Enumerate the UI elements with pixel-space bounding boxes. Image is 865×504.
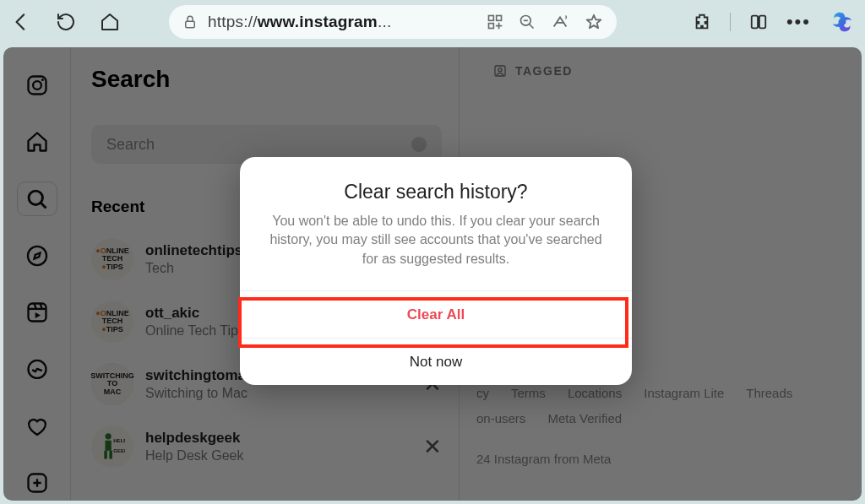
clear-all-button[interactable]: Clear All xyxy=(240,290,632,338)
app-viewport: Search Search Recent ●ONLINETECH●TIPS on… xyxy=(3,47,862,501)
dialog-title: Clear search history? xyxy=(240,157,632,212)
toolbar-divider xyxy=(730,13,731,31)
more-icon[interactable]: ••• xyxy=(786,11,811,33)
svg-rect-0 xyxy=(186,21,195,28)
svg-marker-10 xyxy=(587,15,601,29)
svg-rect-12 xyxy=(759,16,765,29)
not-now-button[interactable]: Not now xyxy=(240,338,632,385)
lock-icon xyxy=(182,14,198,30)
svg-rect-11 xyxy=(752,16,758,29)
copilot-icon[interactable] xyxy=(830,9,855,35)
favorite-icon[interactable] xyxy=(585,13,603,31)
split-screen-icon[interactable] xyxy=(749,13,768,31)
dialog-body: You won't be able to undo this. If you c… xyxy=(240,212,632,290)
svg-rect-1 xyxy=(489,16,494,21)
url-text: https://www.instagram... xyxy=(208,13,391,31)
home-button[interactable] xyxy=(100,12,120,32)
back-button[interactable] xyxy=(10,11,32,33)
address-bar[interactable]: https://www.instagram... xyxy=(169,5,617,39)
read-aloud-icon[interactable] xyxy=(551,13,569,31)
refresh-button[interactable] xyxy=(56,12,76,32)
zoom-out-icon[interactable] xyxy=(519,14,536,30)
apps-icon[interactable] xyxy=(487,14,503,30)
browser-toolbar: https://www.instagram... ••• xyxy=(0,0,865,44)
svg-line-7 xyxy=(530,24,534,29)
svg-rect-2 xyxy=(497,16,502,21)
svg-rect-3 xyxy=(489,24,494,29)
clear-history-dialog: Clear search history? You won't be able … xyxy=(240,157,632,385)
extensions-icon[interactable] xyxy=(693,13,711,31)
